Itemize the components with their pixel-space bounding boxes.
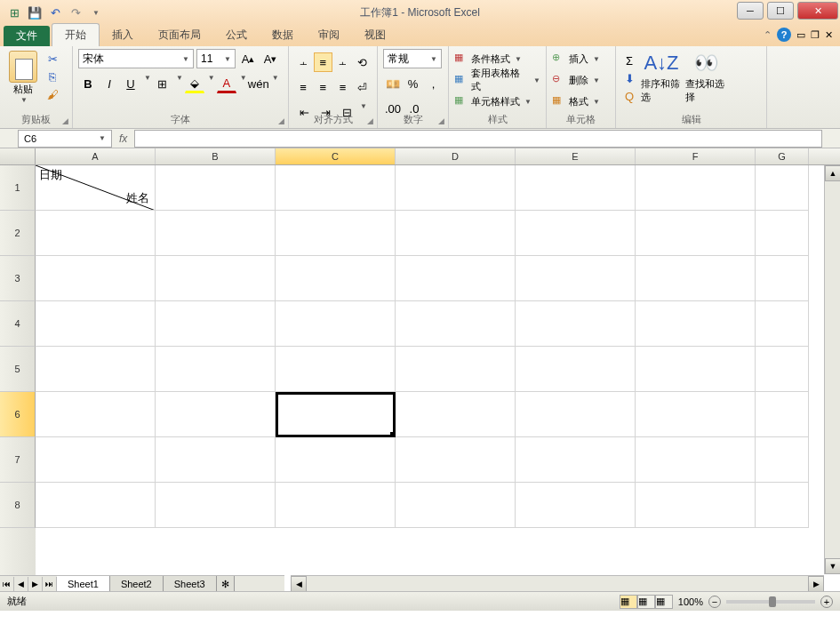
minimize-button[interactable]: ─: [737, 2, 764, 20]
cell-f7[interactable]: [636, 437, 756, 483]
cell-e5[interactable]: [516, 347, 636, 392]
clipboard-launcher-icon[interactable]: ◢: [62, 116, 68, 125]
cell-d6[interactable]: [396, 392, 516, 437]
cell-f4[interactable]: [636, 301, 756, 347]
sheet-nav-last-icon[interactable]: ⏭: [43, 577, 57, 591]
sheet-tab-2[interactable]: Sheet2: [110, 576, 164, 592]
name-box[interactable]: C6 ▼: [18, 130, 112, 148]
tab-review[interactable]: 审阅: [306, 24, 352, 46]
cell-b6[interactable]: [156, 392, 276, 437]
cell-d3[interactable]: [396, 256, 516, 301]
align-right-icon[interactable]: ≡: [334, 77, 352, 97]
help-icon[interactable]: ?: [777, 28, 791, 42]
font-launcher-icon[interactable]: ◢: [278, 116, 284, 125]
cell-c4[interactable]: [276, 301, 396, 347]
cell-f6[interactable]: [636, 392, 756, 437]
cell-a7[interactable]: [36, 437, 156, 483]
cell-g5[interactable]: [756, 347, 809, 392]
cell-f8[interactable]: [636, 483, 756, 528]
cell-g2[interactable]: [756, 211, 809, 256]
conditional-format-button[interactable]: ▦ 条件格式 ▼: [454, 49, 540, 68]
cell-c8[interactable]: [276, 483, 396, 528]
col-header-b[interactable]: B: [156, 148, 276, 164]
sheet-nav-first-icon[interactable]: ⏮: [0, 577, 14, 591]
cell-c7[interactable]: [276, 437, 396, 483]
col-header-e[interactable]: E: [516, 148, 636, 164]
border-button[interactable]: ⊞: [153, 74, 172, 93]
tab-file[interactable]: 文件: [4, 26, 50, 46]
cell-b4[interactable]: [156, 301, 276, 347]
zoom-slider[interactable]: [726, 600, 815, 604]
col-header-f[interactable]: F: [636, 148, 756, 164]
tab-data[interactable]: 数据: [260, 24, 306, 46]
row-header-8[interactable]: 8: [0, 483, 36, 528]
fontcolor-dropdown-icon[interactable]: ▼: [240, 74, 247, 93]
cell-g7[interactable]: [756, 437, 809, 483]
format-painter-icon[interactable]: 🖌: [44, 86, 60, 102]
sheet-nav-prev-icon[interactable]: ◀: [14, 577, 28, 591]
tab-formulas[interactable]: 公式: [213, 24, 260, 46]
cell-e7[interactable]: [516, 437, 636, 483]
cell-c2[interactable]: [276, 211, 396, 256]
maximize-button[interactable]: ☐: [767, 2, 794, 20]
cell-b3[interactable]: [156, 256, 276, 301]
row-header-4[interactable]: 4: [0, 301, 36, 347]
align-top-icon[interactable]: ⫠: [294, 52, 312, 72]
sheet-tab-1[interactable]: Sheet1: [57, 576, 110, 592]
cell-a4[interactable]: [36, 301, 156, 347]
format-button[interactable]: ▦ 格式 ▼: [552, 92, 610, 111]
cell-c6[interactable]: [276, 392, 396, 437]
cell-e6[interactable]: [516, 392, 636, 437]
col-header-a[interactable]: A: [36, 148, 156, 164]
paste-button[interactable]: 粘贴 ▼: [5, 49, 41, 113]
select-all-corner[interactable]: [0, 148, 36, 164]
col-header-g[interactable]: G: [756, 148, 809, 164]
zoom-thumb[interactable]: [769, 596, 776, 607]
wrap-text-icon[interactable]: ⏎: [354, 77, 372, 97]
cell-e2[interactable]: [516, 211, 636, 256]
window-close-icon[interactable]: ✕: [825, 29, 833, 41]
fill-icon[interactable]: ⬇: [621, 70, 637, 86]
cell-style-button[interactable]: ▦ 单元格样式 ▼: [454, 92, 540, 111]
cut-icon[interactable]: ✂: [44, 51, 60, 67]
cell-f2[interactable]: [636, 211, 756, 256]
autosum-icon[interactable]: Σ: [621, 52, 637, 68]
cell-a6[interactable]: [36, 392, 156, 437]
cell-b1[interactable]: [156, 165, 276, 211]
normal-view-icon[interactable]: ▦: [620, 595, 637, 609]
tab-view[interactable]: 视图: [352, 24, 398, 46]
font-color-button[interactable]: A: [217, 74, 236, 93]
cell-d5[interactable]: [396, 347, 516, 392]
border-dropdown-icon[interactable]: ▼: [176, 74, 183, 93]
scroll-right-icon[interactable]: ▶: [808, 576, 824, 591]
phonetic-button[interactable]: wén: [249, 74, 268, 93]
row-header-2[interactable]: 2: [0, 211, 36, 256]
paste-dropdown-icon[interactable]: ▼: [20, 96, 28, 104]
ribbon-minimize-icon[interactable]: ⌃: [764, 29, 772, 41]
cell-d4[interactable]: [396, 301, 516, 347]
undo-icon[interactable]: ↶: [46, 4, 64, 21]
cell-a5[interactable]: [36, 347, 156, 392]
cell-g3[interactable]: [756, 256, 809, 301]
row-header-7[interactable]: 7: [0, 437, 36, 483]
cell-e8[interactable]: [516, 483, 636, 528]
cell-d2[interactable]: [396, 211, 516, 256]
delete-button[interactable]: ⊖ 删除 ▼: [552, 70, 610, 90]
align-middle-icon[interactable]: ≡: [314, 52, 332, 72]
clear-icon[interactable]: Q: [621, 88, 637, 104]
table-format-button[interactable]: ▦ 套用表格格式 ▼: [454, 70, 540, 90]
cell-a3[interactable]: [36, 256, 156, 301]
close-button[interactable]: ✕: [797, 2, 838, 20]
cell-e3[interactable]: [516, 256, 636, 301]
col-header-c[interactable]: C: [276, 148, 396, 164]
cell-e1[interactable]: [516, 165, 636, 211]
cell-d1[interactable]: [396, 165, 516, 211]
bold-button[interactable]: B: [78, 74, 98, 93]
cell-a8[interactable]: [36, 483, 156, 528]
col-header-d[interactable]: D: [396, 148, 516, 164]
cell-b2[interactable]: [156, 211, 276, 256]
comma-icon[interactable]: ,: [424, 74, 443, 93]
insert-button[interactable]: ⊕ 插入 ▼: [552, 49, 610, 68]
underline-button[interactable]: U: [121, 74, 140, 93]
page-break-view-icon[interactable]: ▦: [655, 595, 673, 609]
